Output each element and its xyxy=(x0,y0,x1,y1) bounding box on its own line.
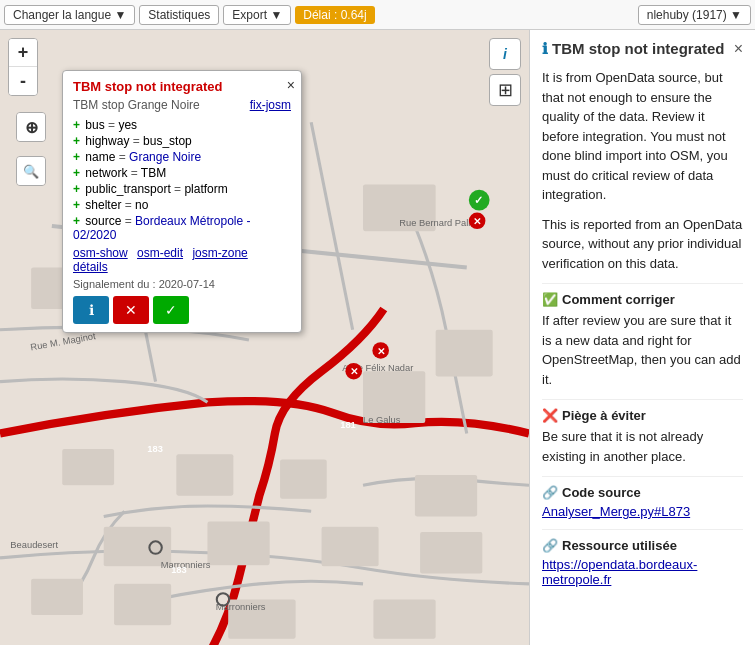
svg-rect-8 xyxy=(176,454,233,495)
user-arrow-icon: ▼ xyxy=(730,8,742,22)
svg-text:181: 181 xyxy=(340,420,356,430)
top-bar: Changer la langue ▼ Statistiques Export … xyxy=(0,0,755,30)
popup: × TBM stop not integrated TBM stop Grang… xyxy=(62,70,302,333)
popup-title: TBM stop not integrated xyxy=(73,79,291,94)
info-icon: ℹ xyxy=(89,302,94,318)
language-arrow-icon: ▼ xyxy=(114,8,126,22)
tag-plus: + xyxy=(73,118,80,132)
popup-date-label: Signalement du : xyxy=(73,278,156,290)
panel-section-piege: ❌ Piège à éviter Be sure that it is not … xyxy=(542,408,743,466)
panel-title-text: TBM stop not integrated xyxy=(552,40,725,57)
osm-show-link[interactable]: osm-show xyxy=(73,246,128,260)
info-icon-button[interactable]: i xyxy=(489,38,521,70)
right-map-controls: i ⊞ xyxy=(489,38,521,106)
svg-text:Marronniers: Marronniers xyxy=(216,602,266,612)
panel-divider-2 xyxy=(542,399,743,400)
svg-rect-7 xyxy=(62,449,114,485)
tag-row-source: + source = Bordeaux Métropole - 02/2020 xyxy=(73,214,291,242)
search-controls: 🔍 xyxy=(16,156,46,186)
map-area[interactable]: Rue M. Maginot Beaudesert Marronniers Ma… xyxy=(0,30,529,645)
user-label: nlehuby (1917) xyxy=(647,8,727,22)
panel-divider-4 xyxy=(542,529,743,530)
link-icon-resource: 🔗 xyxy=(542,538,558,553)
fix-josm-link[interactable]: fix-josm xyxy=(250,98,291,112)
export-button[interactable]: Export ▼ xyxy=(223,5,291,25)
josm-zone-link[interactable]: josm-zone xyxy=(192,246,247,260)
right-panel: ℹ TBM stop not integrated × It is from O… xyxy=(529,30,755,645)
language-label: Changer la langue xyxy=(13,8,111,22)
source-link[interactable]: Analyser_Merge.py#L873 xyxy=(542,504,743,519)
section-source-label: Code source xyxy=(562,485,641,500)
fix-position-button[interactable]: ⊕ xyxy=(17,113,45,141)
popup-info-button[interactable]: ℹ xyxy=(73,296,109,324)
tag-plus: + xyxy=(73,166,80,180)
link-icon-source: 🔗 xyxy=(542,485,558,500)
svg-text:Beaudesert: Beaudesert xyxy=(10,540,58,550)
popup-subtitle: TBM stop Grange Noire fix-josm xyxy=(73,98,291,112)
extra-controls: ⊕ xyxy=(16,112,46,142)
section-piege-label: Piège à éviter xyxy=(562,408,646,423)
popup-actions: ℹ ✕ ✓ xyxy=(73,296,291,324)
svg-text:Le Galus: Le Galus xyxy=(363,415,401,425)
popup-reject-button[interactable]: ✕ xyxy=(113,296,149,324)
svg-text:✕: ✕ xyxy=(350,366,358,377)
tag-row-name: + name = Grange Noire xyxy=(73,150,291,164)
panel-divider-1 xyxy=(542,283,743,284)
panel-body-text2: This is reported from an OpenData source… xyxy=(542,215,743,274)
resource-link[interactable]: https://opendata.bordeaux-metropole.fr xyxy=(542,557,743,587)
popup-links: osm-show osm-edit josm-zone détails xyxy=(73,246,291,274)
svg-rect-14 xyxy=(420,532,482,573)
export-label: Export xyxy=(232,8,267,22)
tag-plus: + xyxy=(73,182,80,196)
details-link[interactable]: détails xyxy=(73,260,108,274)
layers-button[interactable]: ⊞ xyxy=(489,74,521,106)
svg-rect-12 xyxy=(207,522,269,566)
zoom-in-button[interactable]: + xyxy=(9,39,37,67)
svg-rect-9 xyxy=(280,459,327,498)
export-arrow-icon: ▼ xyxy=(270,8,282,22)
tag-plus: + xyxy=(73,198,80,212)
section-piege-text: Be sure that it is not already existing … xyxy=(542,427,743,466)
panel-section-title-piege: ❌ Piège à éviter xyxy=(542,408,743,423)
tag-row-highway: + highway = bus_stop xyxy=(73,134,291,148)
panel-section-corriger: ✅ Comment corriger If after review you a… xyxy=(542,292,743,389)
svg-text:✕: ✕ xyxy=(377,346,385,357)
popup-close-button[interactable]: × xyxy=(287,77,295,93)
cross-icon: ❌ xyxy=(542,408,558,423)
svg-rect-15 xyxy=(31,579,83,615)
statistics-button[interactable]: Statistiques xyxy=(139,5,219,25)
language-button[interactable]: Changer la langue ▼ xyxy=(4,5,135,25)
section-corriger-text: If after review you are sure that it is … xyxy=(542,311,743,389)
tag-row-network: + network = TBM xyxy=(73,166,291,180)
delay-badge: Délai : 0.64j xyxy=(295,6,374,24)
svg-text:183: 183 xyxy=(147,444,163,454)
main-layout: Rue M. Maginot Beaudesert Marronniers Ma… xyxy=(0,30,755,645)
osm-edit-link[interactable]: osm-edit xyxy=(137,246,183,260)
tag-plus: + xyxy=(73,134,80,148)
svg-text:✕: ✕ xyxy=(473,216,481,227)
svg-rect-18 xyxy=(373,599,435,638)
tag-row-shelter: + shelter = no xyxy=(73,198,291,212)
panel-section-source: 🔗 Code source Analyser_Merge.py#L873 xyxy=(542,485,743,519)
popup-date-value: 2020-07-14 xyxy=(159,278,215,290)
section-corriger-label: Comment corriger xyxy=(562,292,675,307)
tag-list: + bus = yes + highway = bus_stop + name … xyxy=(73,118,291,242)
panel-section-title-resource: 🔗 Ressource utilisée xyxy=(542,538,743,553)
svg-text:183: 183 xyxy=(171,565,187,575)
panel-close-button[interactable]: × xyxy=(734,40,743,58)
user-button[interactable]: nlehuby (1917) ▼ xyxy=(638,5,751,25)
popup-accept-button[interactable]: ✓ xyxy=(153,296,189,324)
popup-date: Signalement du : 2020-07-14 xyxy=(73,278,291,290)
search-button[interactable]: 🔍 xyxy=(17,157,45,185)
svg-text:✓: ✓ xyxy=(474,194,483,206)
check-icon: ✅ xyxy=(542,292,558,307)
accept-icon: ✓ xyxy=(165,302,177,318)
section-resource-label: Ressource utilisée xyxy=(562,538,677,553)
zoom-out-button[interactable]: - xyxy=(9,67,37,95)
panel-section-title-corriger: ✅ Comment corriger xyxy=(542,292,743,307)
svg-rect-6 xyxy=(436,330,493,377)
panel-divider-3 xyxy=(542,476,743,477)
panel-body-text: It is from OpenData source, but that not… xyxy=(542,68,743,205)
layers-icon: ⊞ xyxy=(498,79,513,101)
popup-subtitle-text: TBM stop Grange Noire xyxy=(73,98,200,112)
